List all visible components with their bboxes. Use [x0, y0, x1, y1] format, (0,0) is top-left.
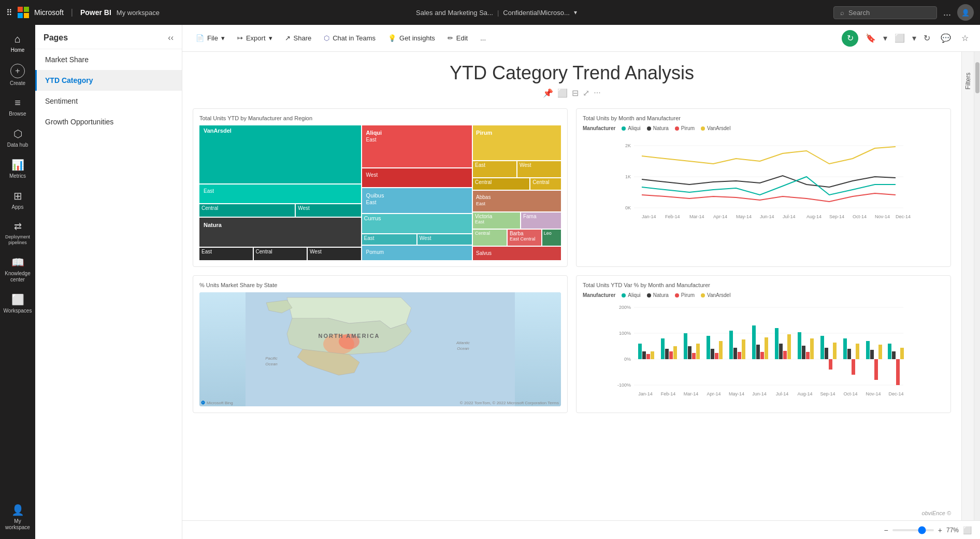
bar-oct-natura: [847, 349, 851, 359]
search-icon: ⌕: [840, 9, 844, 17]
home-icon: ⌂: [15, 33, 21, 45]
x-feb: Feb-14: [665, 214, 680, 219]
pin-icon[interactable]: 📌: [543, 88, 553, 98]
edit-button[interactable]: ✏ Edit: [442, 31, 473, 45]
sensitivity-chevron-icon[interactable]: ▾: [574, 9, 577, 16]
treemap-cell-vanarsdel-east: East: [199, 185, 361, 204]
x-may: May-14: [736, 214, 752, 219]
x-jan: Jan-14: [642, 214, 656, 219]
bar-jul-pirum: [783, 351, 787, 359]
zoom-slider[interactable]: [892, 529, 934, 531]
bar-jan-natura: [642, 351, 646, 359]
refresh-button[interactable]: ↻: [842, 30, 858, 47]
legend-dot-aliqui: [622, 126, 626, 131]
pages-collapse-button[interactable]: ‹‹: [168, 33, 174, 42]
nav-item-browse[interactable]: ≡ Browse: [1, 93, 34, 121]
logo-red: [18, 7, 23, 12]
bar-dec-aliqui: [888, 344, 891, 359]
treemap-cell-vanarsdel: VanArsdel: [199, 125, 361, 183]
nav-item-home[interactable]: ⌂ Home: [1, 29, 34, 58]
legend-dot-pirum: [675, 126, 679, 131]
bar-feb-pirum: [669, 351, 673, 359]
visual-more-icon[interactable]: ···: [594, 88, 600, 98]
expand-icon[interactable]: ⤢: [583, 88, 589, 98]
bookmark-chevron-icon[interactable]: ▾: [883, 33, 887, 43]
pages-panel: Pages ‹‹ Market Share YTD Category Senti…: [35, 25, 182, 539]
zoom-out-button[interactable]: −: [884, 526, 888, 534]
bottom-bar: − + 77% ⬜: [182, 520, 980, 539]
treemap-cell-currus-regions: East West: [362, 234, 472, 245]
report-visual-toolbar: 📌 ⬜ ⊟ ⤢ ···: [193, 88, 951, 98]
file-button[interactable]: 📄 File ▾: [191, 31, 230, 45]
map-na-label: NORTH AMERICA: [318, 333, 380, 339]
right-scrollbar[interactable]: [974, 52, 980, 520]
nav-item-apps[interactable]: ⊞ Apps: [1, 186, 34, 215]
fit-page-button[interactable]: ⬜: [963, 526, 972, 534]
bar-jan-pirum: [646, 354, 650, 359]
bar-aug-vanarsdel: [810, 338, 814, 359]
legend-natura: Natura: [647, 125, 669, 131]
star-button[interactable]: ☆: [958, 30, 972, 46]
page-item-market-share[interactable]: Market Share: [35, 49, 182, 70]
share-button[interactable]: ↗ Share: [280, 31, 317, 45]
waffle-icon[interactable]: ⠿: [6, 8, 12, 18]
search-box[interactable]: ⌕ Search: [833, 6, 937, 19]
page-label-growth-opportunities: Growth Opportunities: [45, 118, 113, 126]
bar-aug-pirum: [806, 352, 810, 359]
nav-item-myworkspace[interactable]: 👤 My workspace: [1, 500, 34, 535]
pacific-label: Pacific: [265, 356, 278, 361]
toolbar-right: ↻ 🔖 ▾ ⬜ ▾ ↻ 💬 ☆: [842, 30, 972, 47]
bar-sep-pirum: [829, 359, 832, 370]
bar-x-jan: Jan-14: [638, 391, 653, 396]
map-copyright: © 2022 TomTom, © 2022 Microsoft Corporat…: [460, 401, 559, 405]
view-button[interactable]: ⬜: [891, 30, 908, 46]
filter-visual-icon[interactable]: ⊟: [572, 88, 579, 98]
page-item-growth-opportunities[interactable]: Growth Opportunities: [35, 111, 182, 132]
line-pirum: [642, 193, 896, 202]
report-main: 📄 File ▾ ↦ Export ▾ ↗ Share ⬡ Chat in Te…: [182, 25, 980, 539]
bar-jun-aliqui: [752, 325, 756, 359]
nav-item-metrics[interactable]: 📊 Metrics: [1, 154, 34, 183]
nav-item-knowledge[interactable]: 📖 Knowledge center: [1, 252, 34, 287]
bar-dec-pirum: [896, 359, 900, 385]
page-item-sentiment[interactable]: Sentiment: [35, 91, 182, 111]
map-visual[interactable]: NORTH AMERICA Pacific Ocean Atlantic Oce…: [199, 292, 561, 406]
scrollbar-thumb[interactable]: [975, 62, 979, 93]
view-chevron-icon[interactable]: ▾: [912, 33, 916, 43]
bar-feb-vanarsdel: [673, 346, 677, 359]
treemap-cell-pirum-central: Central Central: [473, 178, 561, 190]
bookmark-button[interactable]: 🔖: [862, 30, 879, 46]
x-oct: Oct-14: [853, 214, 867, 219]
avatar[interactable]: 👤: [957, 4, 974, 21]
bar-jul-aliqui: [775, 328, 779, 359]
export-button[interactable]: ↦ Export ▾: [232, 31, 278, 45]
get-insights-button[interactable]: 💡 Get insights: [383, 31, 440, 45]
workspaces-icon: ⬜: [11, 293, 24, 306]
nav-item-deployment[interactable]: ⇄ Deployment pipelines: [1, 217, 34, 250]
nav-label-apps: Apps: [12, 204, 24, 210]
nav-item-create[interactable]: + Create: [1, 60, 34, 91]
bar-mar-natura: [688, 346, 691, 359]
treemap-cell-aliqui-west: West: [362, 168, 472, 187]
nav-item-datahub[interactable]: ⬡ Data hub: [1, 123, 34, 152]
comment-button[interactable]: 💬: [938, 30, 954, 46]
more-options-button[interactable]: ...: [943, 7, 951, 18]
chat-in-teams-button[interactable]: ⬡ Chat in Teams: [319, 31, 381, 45]
avatar-initials: 👤: [961, 9, 970, 17]
bar-oct-aliqui: [843, 338, 847, 359]
more-options-toolbar-button[interactable]: ...: [475, 31, 491, 45]
zoom-in-button[interactable]: +: [938, 526, 942, 534]
myworkspace-icon: 👤: [11, 504, 24, 516]
treemap-visual[interactable]: VanArsdel East Central Wes: [199, 125, 561, 260]
bar-legend-pirum: Pirum: [675, 292, 695, 298]
bar-legend-dot-aliqui: [622, 293, 626, 297]
bar-y-0: 0%: [624, 357, 631, 362]
full-refresh-button[interactable]: ↻: [920, 30, 933, 46]
page-item-ytd-category[interactable]: YTD Category: [35, 70, 182, 91]
focus-icon[interactable]: ⬜: [557, 88, 568, 98]
bar-feb-aliqui: [661, 338, 665, 359]
filters-label[interactable]: Filters: [964, 73, 972, 90]
bar-may-pirum: [738, 352, 741, 359]
nav-item-workspaces[interactable]: ⬜ Workspaces: [1, 289, 34, 318]
bar-x-sep: Sep-14: [820, 391, 835, 396]
